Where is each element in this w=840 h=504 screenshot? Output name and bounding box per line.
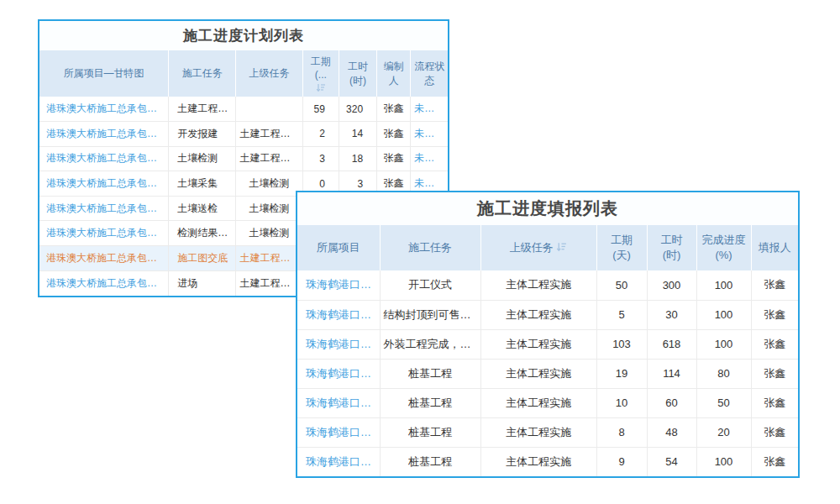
parent-task-cell: 主体工程实施 [480, 300, 596, 329]
project-cell[interactable]: 港珠澳大桥施工总承包项目 [39, 270, 169, 296]
table-row[interactable]: 港珠澳大桥施工总承包项目土建工程施工59320张鑫未提交 [39, 97, 448, 122]
col-header-reporter: 填报人 [751, 225, 798, 270]
col-header-project: 所属项目 [297, 225, 380, 270]
col-header-status: 流程状态 [411, 50, 448, 97]
project-cell[interactable]: 珠海鹤港口建设 [297, 447, 380, 476]
table-row[interactable]: 珠海鹤港口建设结构封顶到可售状态主体工程实施530100张鑫 [297, 300, 798, 329]
hours-cell: 54 [647, 447, 696, 476]
project-cell[interactable]: 港珠澳大桥施工总承包项目 [39, 146, 169, 171]
col-header-label-unit: (天) [601, 248, 643, 263]
progress-cell: 50 [696, 388, 751, 417]
hours-cell: 60 [647, 388, 696, 417]
report-list-title: 施工进度填报列表 [297, 192, 798, 225]
reporter-cell: 张鑫 [751, 329, 798, 359]
task-cell: 开发报建 [169, 122, 236, 147]
progress-cell: 100 [696, 447, 751, 476]
sort-descending-icon[interactable] [556, 242, 567, 252]
table-row[interactable]: 珠海鹤港口建设桩基工程主体工程实施84820张鑫 [297, 417, 798, 447]
parent-task-cell: 主体工程实施 [480, 388, 596, 417]
col-header-project: 所属项目—甘特图 [39, 50, 169, 97]
duration-cell: 50 [596, 270, 647, 300]
sort-descending-icon[interactable] [316, 83, 326, 92]
duration-cell: 8 [596, 417, 647, 447]
table-row[interactable]: 港珠澳大桥施工总承包项目土壤检测土建工程施工318张鑫未提交 [39, 146, 448, 171]
project-cell[interactable]: 港珠澳大桥施工总承包项目 [39, 196, 169, 221]
reporter-cell: 张鑫 [751, 447, 798, 476]
parent-task-cell: 土壤检测 [236, 171, 302, 197]
progress-cell: 80 [696, 359, 751, 388]
task-cell: 土壤送检 [169, 196, 236, 221]
col-header-hours: 工时 (时) [647, 225, 696, 270]
table-row[interactable]: 珠海鹤港口建设桩基工程主体工程实施1911480张鑫 [297, 359, 798, 388]
table-row[interactable]: 珠海鹤港口建设桩基工程主体工程实施954100张鑫 [297, 447, 798, 476]
task-cell: 土壤检测 [169, 146, 236, 171]
progress-cell: 20 [696, 417, 751, 447]
col-header-label: 施工任务 [408, 241, 452, 254]
parent-task-cell: 主体工程实施 [480, 270, 596, 300]
report-header-row: 所属项目 施工任务 上级任务 工期 (天) 工时 [297, 225, 798, 270]
col-header-task: 施工任务 [169, 50, 236, 97]
status-cell[interactable]: 未提交 [411, 97, 448, 122]
task-cell: 外装工程完成，拆... [380, 329, 480, 359]
progress-cell: 100 [696, 270, 751, 300]
col-header-parent-task[interactable]: 上级任务 [480, 225, 596, 270]
status-cell[interactable]: 未提交 [411, 146, 448, 171]
task-cell: 土建工程施工 [169, 97, 236, 122]
project-cell[interactable]: 珠海鹤港口建设 [297, 359, 380, 388]
table-row[interactable]: 珠海鹤港口建设开工仪式主体工程实施50300100张鑫 [297, 270, 798, 300]
project-cell[interactable]: 珠海鹤港口建设 [297, 300, 380, 329]
col-header-label: 工时 [348, 60, 368, 72]
parent-task-cell: 主体工程实施 [480, 329, 596, 359]
duration-cell: 5 [596, 300, 647, 329]
parent-task-cell: 土壤检测 [236, 221, 302, 246]
duration-cell: 103 [596, 329, 647, 359]
parent-task-cell: 土建工程施工 [236, 246, 302, 271]
project-cell[interactable]: 港珠澳大桥施工总承包项目 [39, 246, 169, 271]
col-header-label: 所属项目—甘特图 [64, 67, 144, 79]
task-cell: 土壤采集 [169, 171, 236, 197]
col-header-label: 施工任务 [182, 67, 223, 79]
project-cell[interactable]: 珠海鹤港口建设 [297, 329, 380, 359]
table-row[interactable]: 珠海鹤港口建设桩基工程主体工程实施106050张鑫 [297, 388, 798, 417]
col-header-progress: 完成进度 (%) [696, 225, 751, 270]
col-header-author: 编制人 [377, 50, 411, 97]
duration-cell: 3 [302, 146, 339, 171]
task-cell: 开工仪式 [380, 270, 480, 300]
parent-task-cell: 主体工程实施 [480, 359, 596, 388]
progress-cell: 100 [696, 300, 751, 329]
hours-cell: 320 [339, 97, 376, 122]
project-cell[interactable]: 珠海鹤港口建设 [297, 417, 380, 447]
task-cell: 桩基工程 [380, 447, 480, 476]
parent-task-cell: 土建工程施工 [236, 270, 302, 296]
project-cell[interactable]: 港珠澳大桥施工总承包项目 [39, 97, 169, 122]
author-cell: 张鑫 [377, 122, 411, 147]
project-cell[interactable]: 珠海鹤港口建设 [297, 270, 380, 300]
parent-task-cell: 土壤检测 [236, 196, 302, 221]
status-cell[interactable]: 未提交 [411, 122, 448, 147]
col-header-label-unit: (时) [342, 74, 374, 87]
project-cell[interactable]: 港珠澳大桥施工总承包项目 [39, 122, 169, 147]
project-cell[interactable]: 港珠澳大桥施工总承包项目 [39, 171, 169, 197]
col-header-duration[interactable]: 工期 (... [302, 50, 339, 97]
col-header-label-unit: (时) [651, 248, 693, 263]
hours-cell: 30 [647, 300, 696, 329]
project-cell[interactable]: 珠海鹤港口建设 [297, 388, 380, 417]
reporter-cell: 张鑫 [751, 300, 798, 329]
col-header-hours: 工时 (时) [339, 50, 376, 97]
task-cell: 进场 [169, 270, 236, 296]
project-cell[interactable]: 港珠澳大桥施工总承包项目 [39, 221, 169, 246]
report-table: 所属项目 施工任务 上级任务 工期 (天) 工时 [297, 225, 798, 476]
hours-cell: 14 [339, 122, 376, 147]
col-header-parent-task: 上级任务 [236, 50, 302, 97]
table-row[interactable]: 珠海鹤港口建设外装工程完成，拆...主体工程实施103618100张鑫 [297, 329, 798, 359]
reporter-cell: 张鑫 [751, 359, 798, 388]
col-header-label: 填报人 [759, 241, 791, 254]
table-row[interactable]: 港珠澳大桥施工总承包项目开发报建土建工程施工214张鑫未提交 [39, 122, 448, 147]
duration-cell: 10 [596, 388, 647, 417]
duration-cell: 59 [302, 97, 339, 122]
task-cell: 施工图交底 [169, 246, 236, 271]
reporter-cell: 张鑫 [751, 417, 798, 447]
col-header-label: 完成进度 (%) [702, 234, 746, 261]
col-header-label: 工期 [311, 55, 331, 67]
col-header-label-truncated: (... [306, 68, 336, 81]
